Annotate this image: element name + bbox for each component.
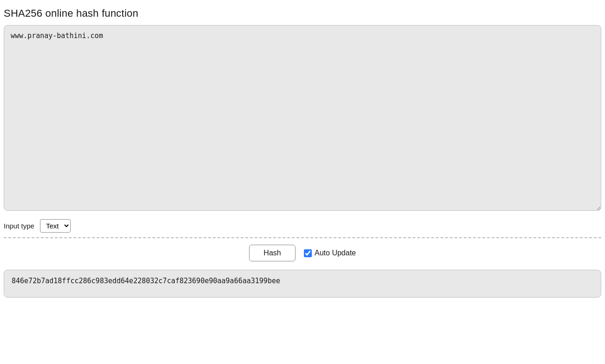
page-title: SHA256 online hash function — [4, 7, 601, 20]
input-type-row: Input type Text Hex — [4, 219, 601, 233]
hash-button[interactable]: Hash — [249, 245, 296, 261]
auto-update-checkbox[interactable] — [304, 249, 312, 257]
auto-update-text: Auto Update — [315, 249, 356, 257]
hash-controls-row: Hash Auto Update — [4, 245, 601, 261]
hash-output: 846e72b7ad18ffcc286c983edd64e228032c7caf… — [4, 270, 601, 298]
auto-update-label[interactable]: Auto Update — [304, 249, 356, 257]
section-divider — [4, 237, 601, 238]
input-type-select[interactable]: Text Hex — [40, 219, 71, 233]
input-textarea[interactable] — [4, 25, 601, 211]
input-type-label: Input type — [4, 222, 34, 230]
